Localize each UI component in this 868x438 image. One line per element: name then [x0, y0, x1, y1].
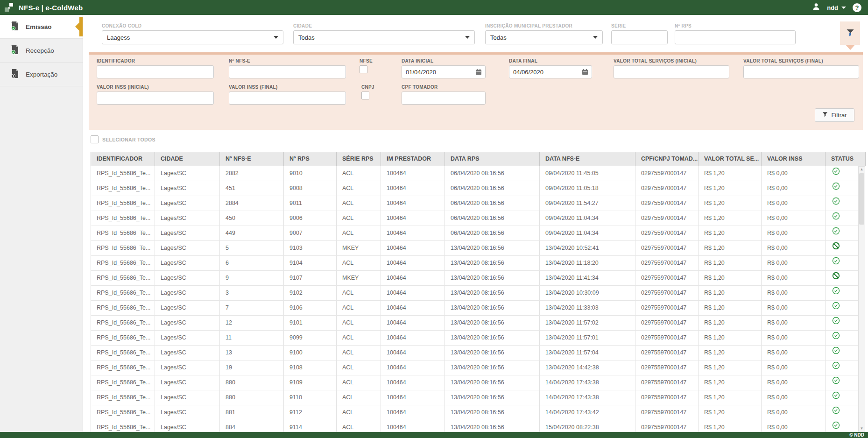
cpf-tomador-input[interactable]: [402, 92, 486, 105]
table-row[interactable]: RPS_Id_55686_Te...Lages/SC4499007ACL1004…: [91, 226, 858, 241]
scroll-down-icon[interactable]: ▼: [860, 426, 864, 431]
funnel-icon: [846, 28, 854, 38]
table-cell: Lages/SC: [155, 196, 220, 211]
table-cell: 09/04/2020 11:45:05: [540, 166, 635, 181]
scrollbar-thumb[interactable]: [859, 173, 864, 225]
valor-inss-inicial-input[interactable]: [97, 92, 214, 105]
filter-toggle-button[interactable]: [840, 21, 860, 45]
column-header[interactable]: VALOR INSS: [762, 152, 826, 166]
table-row[interactable]: RPS_Id_55686_Te...Lages/SC39102ACL100464…: [91, 286, 858, 301]
column-header[interactable]: IDENTIFICADOR: [91, 152, 155, 166]
sidebar-item-exportacao[interactable]: Exportação: [0, 63, 83, 86]
n-rps-input[interactable]: [675, 30, 796, 44]
cpf-tomador-field: CPF TOMADOR: [402, 85, 486, 105]
column-header[interactable]: SÉRIE RPS: [337, 152, 381, 166]
filtrar-button[interactable]: Filtrar: [815, 108, 854, 122]
table-cell: 9006: [284, 211, 337, 226]
table-row[interactable]: RPS_Id_55686_Te...Lages/SC199108ACL10046…: [91, 360, 858, 375]
calendar-icon[interactable]: [582, 69, 588, 77]
table-row[interactable]: RPS_Id_55686_Te...Lages/SC4519008ACL1004…: [91, 181, 858, 196]
n-rps-label: Nº RPS: [675, 23, 796, 28]
table-cell: 12: [220, 316, 284, 330]
table-cell: 9112: [284, 405, 337, 420]
table-cell: 3: [220, 286, 284, 300]
valor-inss-inicial-field: VALOR INSS (INICIAL): [97, 85, 214, 105]
table-row[interactable]: RPS_Id_55686_Te...Lages/SC59103MKEY10046…: [91, 241, 858, 256]
table-row[interactable]: RPS_Id_55686_Te...Lages/SC119099ACL10046…: [91, 331, 858, 346]
help-circle-icon[interactable]: ?: [853, 3, 861, 12]
column-header[interactable]: CIDADE: [155, 152, 220, 166]
app-title: NFS-e | e-ColdWeb: [19, 4, 83, 12]
serie-input[interactable]: [611, 30, 668, 44]
table-row[interactable]: RPS_Id_55686_Te...Lages/SC129101ACL10046…: [91, 316, 858, 331]
cnpj-checkbox-field: CNPJ: [361, 85, 374, 101]
valor-total-servicos-final-label: VALOR TOTAL SERVIÇOS (FINAL): [743, 58, 859, 64]
identificador-input[interactable]: [97, 65, 214, 78]
valor-total-servicos-inicial-input[interactable]: [614, 65, 729, 78]
nfse-checkbox[interactable]: [360, 65, 367, 73]
column-header[interactable]: VALOR TOTAL SE...: [699, 152, 762, 166]
table-row[interactable]: RPS_Id_55686_Te...Lages/SC99107MKEY10046…: [91, 271, 858, 286]
table-cell: 14/04/2020 17:43:38: [540, 375, 635, 390]
table-cell: RPS_Id_55686_Te...: [91, 360, 155, 375]
table-cell: 02975597000147: [635, 405, 699, 420]
valor-total-servicos-final-input[interactable]: [743, 65, 859, 78]
table-cell: ACL: [337, 405, 381, 420]
valor-inss-final-input[interactable]: [229, 92, 346, 105]
column-header[interactable]: CPF/CNPJ TOMAD...: [635, 152, 699, 166]
person-icon: [812, 2, 820, 13]
table-row[interactable]: RPS_Id_55686_Te...Lages/SC8849114ACL1004…: [91, 420, 858, 432]
table-cell: 13/04/2020 11:57:01: [540, 331, 635, 345]
conexao-cold-select[interactable]: Laagess: [102, 30, 283, 44]
vertical-scrollbar[interactable]: ▲ ▼: [858, 166, 865, 432]
cnpj-checkbox[interactable]: [361, 92, 369, 99]
table-cell: RPS_Id_55686_Te...: [91, 390, 155, 405]
calendar-icon[interactable]: [475, 69, 482, 77]
data-inicial-input[interactable]: [402, 65, 486, 78]
table-cell: 100464: [381, 346, 445, 360]
table-cell: 09/04/2020 11:54:27: [540, 196, 635, 211]
table-cell: R$ 1,20: [699, 271, 762, 285]
table-cell: 13: [220, 346, 284, 360]
column-header[interactable]: DATA NFS-E: [540, 152, 635, 166]
sidebar-item-recepcao[interactable]: Recepção: [0, 39, 83, 63]
scroll-up-icon[interactable]: ▲: [860, 167, 864, 172]
table-cell: 14/04/2020 17:43:42: [540, 405, 635, 420]
table-row[interactable]: RPS_Id_55686_Te...Lages/SC8809109ACL1004…: [91, 375, 858, 390]
status-authorized-icon: [832, 286, 840, 300]
inscricao-municipal-select[interactable]: Todas: [485, 30, 603, 44]
table-cell: R$ 0,00: [762, 181, 826, 196]
user-menu[interactable]: ndd: [827, 4, 846, 11]
sidebar-item-emissao[interactable]: Emissão: [0, 15, 83, 39]
column-header[interactable]: DATA RPS: [445, 152, 540, 166]
sidebar-item-label: Recepção: [26, 47, 54, 54]
cidade-select[interactable]: Todas: [293, 30, 475, 44]
table-row[interactable]: RPS_Id_55686_Te...Lages/SC139100ACL10046…: [91, 346, 858, 360]
table-cell: RPS_Id_55686_Te...: [91, 331, 155, 345]
column-header[interactable]: IM PRESTADOR: [381, 152, 445, 166]
table-header-row: IDENTIFICADORCIDADENº NFS-ENº RPSSÉRIE R…: [91, 152, 866, 166]
cpf-tomador-label: CPF TOMADOR: [402, 85, 486, 90]
funnel-icon: [822, 112, 828, 119]
table-cell: ACL: [337, 256, 381, 270]
status-cell: [826, 375, 858, 390]
table-row[interactable]: RPS_Id_55686_Te...Lages/SC8819112ACL1004…: [91, 405, 858, 420]
table-row[interactable]: RPS_Id_55686_Te...Lages/SC69104ACL100464…: [91, 256, 858, 271]
n-nfse-input[interactable]: [229, 65, 346, 78]
column-header[interactable]: Nº RPS: [284, 152, 337, 166]
status-cancelled-icon: [832, 241, 840, 255]
table-row[interactable]: RPS_Id_55686_Te...Lages/SC28849011ACL100…: [91, 196, 858, 211]
column-header[interactable]: Nº NFS-E: [220, 152, 284, 166]
table-row[interactable]: RPS_Id_55686_Te...Lages/SC4509006ACL1004…: [91, 211, 858, 226]
table-row[interactable]: RPS_Id_55686_Te...Lages/SC8809110ACL1004…: [91, 390, 858, 405]
table-cell: 02975597000147: [635, 360, 699, 375]
table-cell: 100464: [381, 405, 445, 420]
data-final-label: DATA FINAL: [509, 58, 592, 64]
select-all-checkbox[interactable]: [91, 135, 99, 143]
data-final-input[interactable]: [509, 65, 592, 78]
status-authorized-icon: [832, 375, 840, 390]
table-cell: 13/04/2020 08:16:56: [445, 360, 540, 375]
table-row[interactable]: RPS_Id_55686_Te...Lages/SC79106ACL100464…: [91, 301, 858, 316]
table-row[interactable]: RPS_Id_55686_Te...Lages/SC28829010ACL100…: [91, 166, 858, 181]
column-header[interactable]: STATUS: [826, 152, 859, 166]
